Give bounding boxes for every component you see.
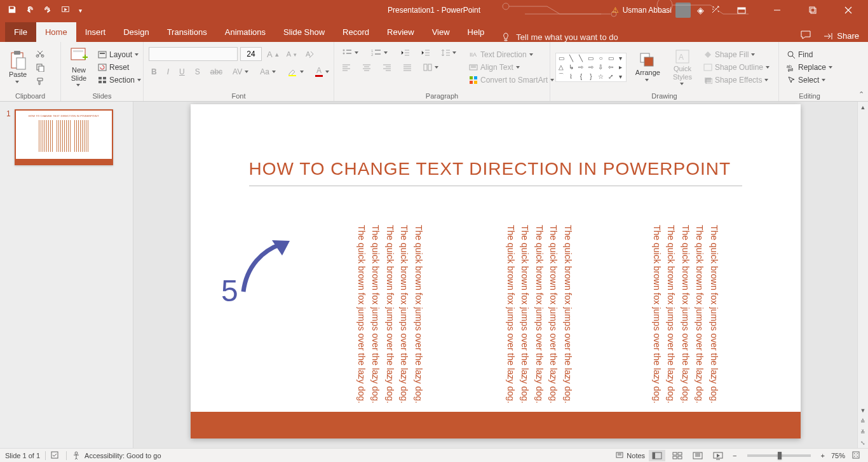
prev-slide-button[interactable]: ≙ [858,416,868,426]
bold-button[interactable]: B [149,66,159,78]
slide-sorter-view-button[interactable] [669,450,686,461]
clear-formatting-button[interactable]: A [302,48,317,60]
font-size-input[interactable] [240,47,262,61]
tab-transitions[interactable]: Transitions [158,22,216,42]
shape-fill-button[interactable]: Shape Fill [701,49,773,60]
zoom-out-button[interactable]: − [730,452,739,459]
tab-home[interactable]: Home [36,22,76,42]
change-case-button[interactable]: Aa [257,66,280,78]
decrease-font-button[interactable]: A▾ [284,49,299,59]
shape-outline-button[interactable]: Shape Outline [701,62,773,73]
from-beginning-icon[interactable] [61,5,70,16]
strikethrough-button[interactable]: abc [208,66,225,78]
slide-canvas[interactable]: HOW TO CHANGE TEXT DIRECTION IN POWERPOI… [191,104,801,438]
normal-view-button[interactable] [649,450,665,461]
shape-textbox-icon[interactable]: ▭ [557,54,566,62]
user-account[interactable]: ⚠ Usman Abbasi [612,3,691,18]
align-text-button[interactable]: Align Text [466,62,558,73]
tab-record[interactable]: Record [334,22,378,42]
slideshow-view-button[interactable] [710,450,726,461]
slide-body-column-3[interactable]: The quick brown fox jumps over the lazy … [588,225,721,416]
font-name-input[interactable] [149,47,238,61]
undo-icon[interactable] [25,5,34,16]
underline-button[interactable]: U [177,66,187,78]
fit-chevron[interactable]: ⤡ [858,437,868,448]
minimize-button[interactable] [763,0,792,20]
reset-button[interactable]: Reset [95,62,145,73]
scroll-down-button[interactable]: ▼ [858,405,868,416]
comments-icon[interactable] [800,30,811,42]
shapes-more-icon[interactable]: ▾ [616,72,625,81]
zoom-slider-thumb[interactable] [778,452,782,459]
tab-slide-show[interactable]: Slide Show [275,22,334,42]
bullets-button[interactable] [339,47,362,58]
shadow-button[interactable]: S [193,66,203,78]
reading-view-button[interactable] [689,450,706,461]
maximize-button[interactable] [798,0,827,20]
zoom-in-button[interactable]: + [818,452,827,459]
save-icon[interactable] [8,5,17,16]
select-button[interactable]: Select [784,74,835,86]
next-slide-button[interactable]: ≚ [858,426,868,437]
slide-body-column-2[interactable]: The quick brown fox jumps over the lazy … [442,225,575,416]
paste-button[interactable]: Paste [5,44,31,90]
align-center-button[interactable] [360,62,374,72]
arrange-button[interactable]: Arrange [632,51,664,83]
tell-me-search[interactable]: Tell me what you want to do [501,32,618,42]
tab-insert[interactable]: Insert [76,22,115,42]
tab-file[interactable]: File [5,22,36,42]
redo-icon[interactable] [43,5,52,16]
diamond-icon[interactable]: ◈ [697,5,704,15]
tab-review[interactable]: Review [378,22,423,42]
find-button[interactable]: Find [784,49,835,60]
layout-button[interactable]: Layout [95,49,145,60]
qat-more-icon[interactable]: ▾ [79,7,82,14]
collapse-ribbon-button[interactable]: ⌃ [858,90,864,99]
character-spacing-button[interactable]: AV [230,66,252,78]
align-left-button[interactable] [339,62,353,72]
section-button[interactable]: Section [95,74,145,86]
scroll-up-button[interactable]: ▲ [858,102,868,112]
copy-button[interactable] [33,62,47,73]
fit-to-window-button[interactable] [849,451,863,461]
shapes-gallery[interactable]: ▭╲╲▭○▭▾ △↳⇨⇨⇩⇦▸ ⌒⌇{}☆⤢▾ [555,53,627,82]
slide-counter[interactable]: Slide 1 of 1 [5,452,40,459]
numbering-button[interactable]: 12 [369,47,391,58]
highlight-button[interactable] [285,66,308,78]
decrease-indent-button[interactable] [398,47,412,58]
zoom-level[interactable]: 75% [831,452,845,459]
zoom-slider[interactable] [747,454,811,457]
replace-button[interactable]: abReplace [784,62,835,73]
italic-button[interactable]: I [165,66,172,78]
notes-button[interactable]: Notes [615,451,645,460]
slide-body-column-1[interactable]: The quick brown fox jumps over the lazy … [292,225,426,416]
tab-view[interactable]: View [423,22,459,42]
magic-icon[interactable] [710,4,721,17]
line-spacing-button[interactable] [438,47,460,58]
slide-title[interactable]: HOW TO CHANGE TEXT DIRECTION IN POWERPOI… [249,159,763,179]
shape-effects-button[interactable]: Shape Effects [701,74,773,86]
tab-help[interactable]: Help [459,22,494,42]
vertical-scrollbar[interactable]: ▲ ▼ ≙ ≚ ⤡ [857,102,868,448]
increase-font-button[interactable]: A▴ [264,48,281,60]
format-painter-button[interactable] [33,76,47,87]
close-button[interactable] [834,0,863,20]
new-slide-button[interactable]: New Slide [66,44,92,90]
columns-button[interactable] [421,62,442,72]
increase-indent-button[interactable] [418,47,432,58]
convert-smartart-button[interactable]: Convert to SmartArt [466,74,558,86]
text-direction-button[interactable]: IIAText Direction [466,49,558,60]
spellcheck-icon[interactable] [51,451,61,461]
ribbon-display-icon[interactable] [727,0,756,20]
slide-editor-area[interactable]: HOW TO CHANGE TEXT DIRECTION IN POWERPOI… [133,102,857,448]
font-color-button[interactable]: A [313,65,333,78]
accessibility-button[interactable]: Accessibility: Good to go [72,451,161,460]
share-button[interactable]: Share [823,31,859,41]
cut-button[interactable] [33,48,47,59]
justify-button[interactable] [400,62,414,72]
quick-styles-button[interactable]: A Quick Styles [669,47,696,88]
tab-design[interactable]: Design [114,22,158,42]
slide-thumbnail-1[interactable]: HOW TO CHANGE TEXT DIRECTION IN POWERPOI… [15,109,113,165]
tab-animations[interactable]: Animations [216,22,275,42]
align-right-button[interactable] [380,62,394,72]
